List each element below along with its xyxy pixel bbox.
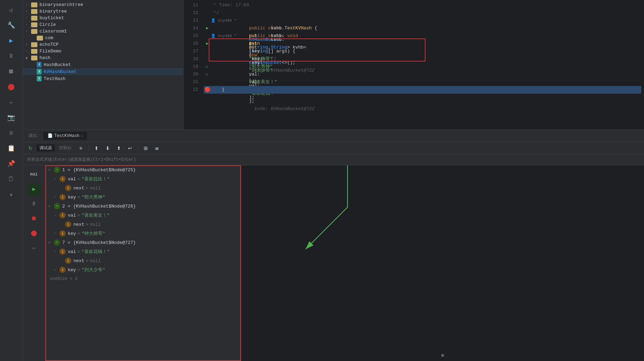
- var-val-7[interactable]: › i val = "喜欢花钱！": [45, 247, 241, 256]
- tree-item-testhash[interactable]: J TestHash: [23, 75, 183, 82]
- folder-icon-circle: [31, 22, 37, 27]
- var-next-7[interactable]: i next = null: [45, 256, 241, 265]
- code-content: */: [211, 9, 219, 17]
- folder-icon-buy: [31, 16, 37, 21]
- toolbar-frames-btn[interactable]: ⊞: [141, 144, 151, 153]
- tree-item-echotcp[interactable]: › echoTCP: [23, 41, 183, 48]
- sidebar-camera-icon[interactable]: 📷: [4, 110, 18, 124]
- var-key-2[interactable]: › i key = "钟大帅哥": [45, 229, 241, 238]
- var-val-1[interactable]: › i val = "喜欢拉比！": [45, 174, 241, 183]
- var-value-2: "喜欢美女！": [81, 212, 110, 218]
- var-icon-orange-next2: i: [65, 221, 71, 228]
- tree-item-classroom1[interactable]: › classroom1: [23, 28, 183, 35]
- var-name-val2: val: [68, 213, 76, 218]
- sidebar-stop-icon[interactable]: ⏹: [4, 64, 18, 78]
- var-next-1[interactable]: i next = null: [45, 183, 241, 193]
- toolbar-step-into-btn[interactable]: ⬇: [103, 144, 113, 153]
- tree-item-label: binarytree: [40, 9, 67, 14]
- line-marker-18: ▷: [204, 71, 211, 78]
- tree-item-hash[interactable]: ∨ hash: [23, 55, 183, 61]
- tree-item-binarytree[interactable]: › binarytree: [23, 8, 183, 15]
- debug-expression-input[interactable]: [27, 157, 640, 162]
- debug-side-edit2-btn[interactable]: ✏: [28, 241, 40, 254]
- tree-item-filedemo[interactable]: › FileDemo: [23, 48, 183, 55]
- sidebar-edit-icon[interactable]: ✏: [4, 95, 18, 109]
- var-arrow-2: ∨: [48, 204, 54, 208]
- var-name-key7: key: [68, 267, 76, 273]
- debug-tabs: 调试: 📄 TestKVHash ✕: [23, 130, 644, 142]
- var-value-key1: "郭大男神": [81, 194, 105, 200]
- var-icon-orange-val1: i: [59, 176, 66, 182]
- toolbar-resume-btn[interactable]: ↻: [26, 144, 35, 153]
- tree-item-binarysearchtree[interactable]: › binarysearchtree: [23, 1, 183, 8]
- debug-side-run-btn[interactable]: ▶: [28, 183, 40, 195]
- debug-side-pause2-btn[interactable]: ⏸: [28, 197, 40, 210]
- sidebar-run-icon[interactable]: ▶: [4, 34, 18, 48]
- var-node-1-name: 1 = {KVHashBucket$Node@725}: [62, 167, 136, 173]
- toolbar-run-to-cursor-btn[interactable]: ↩: [125, 144, 135, 153]
- var-node-2-name: 2 = {KVHashBucket$Node@726}: [62, 204, 136, 209]
- var-arrow-val-2: ›: [54, 214, 59, 217]
- sidebar-wrench-icon[interactable]: 🔧: [4, 18, 18, 32]
- var-value-7: "喜欢花钱！": [81, 248, 110, 255]
- var-footer: useSize = 3: [45, 274, 241, 283]
- toolbar-tab-debug[interactable]: 调试器: [37, 144, 55, 152]
- folder-icon-cr: [31, 29, 37, 34]
- var-name-key1: key: [68, 195, 76, 200]
- debug-side-stop-btn[interactable]: ⏹: [28, 212, 40, 225]
- code-line-18: ▷ kvhb. put ( key: "刘大少爷" , val: "喜欢花钱！": [204, 71, 641, 78]
- active-tab-label: TestKVHash: [54, 133, 79, 138]
- var-key-7[interactable]: › i key = "刘大少爷": [45, 265, 241, 274]
- var-next-2[interactable]: i next = null: [45, 220, 241, 229]
- sidebar-clipboard-icon[interactable]: 📋: [4, 141, 18, 155]
- toolbar-watches-btn[interactable]: ≣: [152, 144, 162, 153]
- green-arrow-svg: [241, 165, 644, 361]
- sidebar-refresh-icon[interactable]: ↺: [4, 3, 18, 17]
- folder-icon-com: [37, 36, 43, 41]
- var-eq-1: =: [77, 176, 80, 182]
- toolbar-step-out-btn[interactable]: ⬆: [114, 144, 124, 153]
- file-icon-kvhb: J: [37, 69, 42, 74]
- var-value-1: "喜欢拉比！": [81, 176, 110, 182]
- sidebar-settings-icon[interactable]: ⚙: [4, 126, 18, 140]
- var-value-key7: "刘大少爷": [81, 267, 105, 273]
- var-arrow-key-1: ›: [54, 195, 59, 199]
- code-line-20: 🔴 }: [204, 86, 641, 94]
- tree-item-label: binarysearchtree: [40, 2, 83, 7]
- var-val-2[interactable]: › i val = "喜欢美女！": [45, 211, 241, 220]
- editor-content: 11 12 13 14 15 16 17 18 19 20 21 22: [184, 0, 644, 129]
- tree-item-kvhashbucket[interactable]: J KVHashBucket: [23, 68, 183, 75]
- tree-item-buyticket[interactable]: › buyticket: [23, 15, 183, 21]
- var-name-val7: val: [68, 249, 76, 254]
- sidebar-note-icon[interactable]: 🗒: [4, 172, 18, 186]
- var-key-1[interactable]: › i key = "郭大男神": [45, 193, 241, 202]
- toolbar-step-over-btn[interactable]: ⬆: [92, 144, 101, 153]
- var-eq-next1: =: [86, 186, 88, 191]
- sidebar-star-icon[interactable]: ★: [4, 187, 18, 201]
- toolbar-list-btn[interactable]: ≡: [76, 144, 86, 153]
- sidebar-pin-icon[interactable]: 📌: [4, 157, 18, 171]
- var-node-2-header[interactable]: ∨ ≡ 2 = {KVHashBucket$Node@726}: [45, 202, 241, 211]
- tab-close-btn[interactable]: ✕: [81, 134, 83, 138]
- debug-left-panel: mai ▶ ⏸ ⏹ ⬤ ✏: [23, 165, 45, 361]
- debug-tab-active[interactable]: 📄 TestKVHash ✕: [43, 132, 87, 140]
- code-line-22: [204, 101, 641, 109]
- sidebar-breakpoint-icon[interactable]: ⬤: [4, 80, 18, 94]
- var-icon-orange-key2: i: [59, 230, 66, 237]
- line-marker-17: ▷: [204, 63, 211, 71]
- tree-item-hashbucket[interactable]: J HashBucket: [23, 61, 183, 68]
- debug-side-red-btn[interactable]: ⬤: [28, 227, 40, 239]
- debug-side-main-btn[interactable]: mai: [28, 168, 40, 181]
- tree-item-circle[interactable]: › Circle: [23, 21, 183, 28]
- tree-item-label: hash: [40, 55, 50, 60]
- var-node-7-header[interactable]: ∨ ≡ 7 = {KVHashBucket$Node@727}: [45, 238, 241, 247]
- toolbar-tab-console[interactable]: 控制台: [56, 144, 74, 152]
- sidebar-pause-icon[interactable]: ⏸: [4, 49, 18, 63]
- tree-item-label: HashBucket: [44, 62, 71, 67]
- var-arrow-key-7: ›: [54, 268, 59, 272]
- var-value-next2: null: [90, 222, 101, 227]
- var-footer-text: useSize = 3: [50, 276, 77, 281]
- var-icon-orange-val7: i: [59, 248, 66, 255]
- var-node-1-header[interactable]: ∨ ≡ 1 = {KVHashBucket$Node@725}: [45, 165, 241, 174]
- tree-item-com[interactable]: com: [23, 35, 183, 41]
